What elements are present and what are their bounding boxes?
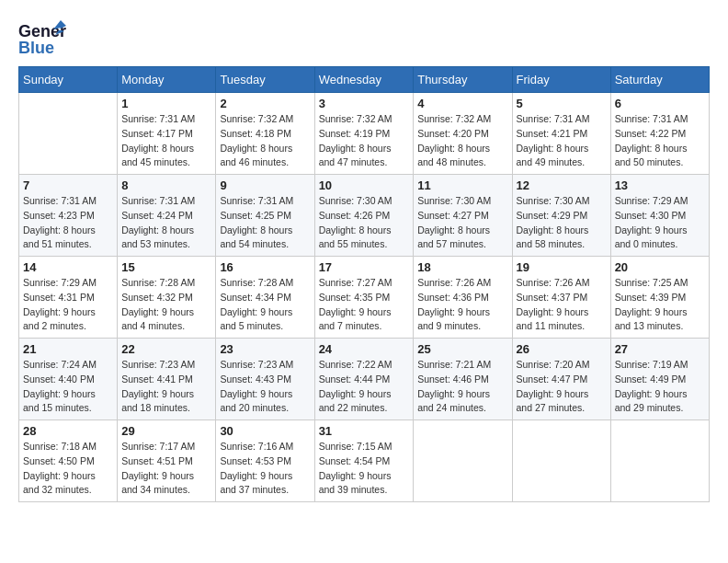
day-info: Sunrise: 7:22 AMSunset: 4:44 PMDaylight:… — [319, 358, 410, 416]
day-number: 6 — [615, 97, 705, 110]
day-number: 5 — [517, 97, 607, 110]
day-number: 25 — [417, 342, 507, 356]
day-number: 16 — [220, 260, 310, 274]
day-number: 7 — [23, 178, 113, 192]
day-info: Sunrise: 7:31 AMSunset: 4:17 PMDaylight:… — [121, 112, 211, 170]
day-info: Sunrise: 7:19 AMSunset: 4:49 PMDaylight:… — [615, 358, 705, 416]
day-info: Sunrise: 7:25 AMSunset: 4:39 PMDaylight:… — [615, 276, 705, 334]
day-info: Sunrise: 7:31 AMSunset: 4:23 PMDaylight:… — [23, 194, 113, 252]
day-number: 21 — [23, 342, 113, 356]
day-number: 1 — [121, 97, 211, 110]
header-monday: Monday — [118, 67, 216, 93]
logo-svg: General Blue — [18, 18, 66, 57]
day-info: Sunrise: 7:32 AMSunset: 4:20 PMDaylight:… — [417, 112, 507, 170]
logo-brand: General Blue — [18, 18, 66, 57]
calendar-week-row: 21Sunrise: 7:24 AMSunset: 4:40 PMDayligh… — [19, 339, 710, 420]
calendar-cell: 23Sunrise: 7:23 AMSunset: 4:43 PMDayligh… — [216, 339, 314, 420]
calendar-cell: 12Sunrise: 7:30 AMSunset: 4:29 PMDayligh… — [512, 175, 610, 257]
day-number: 26 — [517, 342, 607, 356]
day-number: 20 — [615, 260, 705, 274]
day-info: Sunrise: 7:32 AMSunset: 4:19 PMDaylight:… — [319, 112, 410, 170]
day-info: Sunrise: 7:30 AMSunset: 4:26 PMDaylight:… — [319, 194, 410, 252]
calendar-cell: 14Sunrise: 7:29 AMSunset: 4:31 PMDayligh… — [19, 257, 118, 339]
calendar-cell: 11Sunrise: 7:30 AMSunset: 4:27 PMDayligh… — [414, 175, 512, 257]
calendar-cell: 19Sunrise: 7:26 AMSunset: 4:37 PMDayligh… — [512, 257, 610, 339]
day-info: Sunrise: 7:21 AMSunset: 4:46 PMDaylight:… — [417, 358, 507, 416]
day-number: 3 — [319, 97, 410, 110]
day-number: 23 — [220, 342, 310, 356]
day-info: Sunrise: 7:29 AMSunset: 4:30 PMDaylight:… — [615, 194, 705, 252]
calendar-cell: 9Sunrise: 7:31 AMSunset: 4:25 PMDaylight… — [216, 175, 314, 257]
day-info: Sunrise: 7:26 AMSunset: 4:36 PMDaylight:… — [417, 276, 507, 334]
day-info: Sunrise: 7:28 AMSunset: 4:32 PMDaylight:… — [121, 276, 211, 334]
calendar-cell: 7Sunrise: 7:31 AMSunset: 4:23 PMDaylight… — [19, 175, 118, 257]
calendar-cell: 8Sunrise: 7:31 AMSunset: 4:24 PMDaylight… — [118, 175, 216, 257]
day-number: 17 — [319, 260, 410, 274]
day-info: Sunrise: 7:32 AMSunset: 4:18 PMDaylight:… — [220, 112, 310, 170]
day-info: Sunrise: 7:23 AMSunset: 4:43 PMDaylight:… — [220, 358, 310, 416]
day-info: Sunrise: 7:31 AMSunset: 4:25 PMDaylight:… — [220, 194, 310, 252]
day-number: 29 — [121, 424, 211, 438]
calendar-cell: 13Sunrise: 7:29 AMSunset: 4:30 PMDayligh… — [610, 175, 709, 257]
day-info: Sunrise: 7:31 AMSunset: 4:24 PMDaylight:… — [121, 194, 211, 252]
day-info: Sunrise: 7:29 AMSunset: 4:31 PMDaylight:… — [23, 276, 113, 334]
day-number: 28 — [23, 424, 113, 438]
calendar-cell: 25Sunrise: 7:21 AMSunset: 4:46 PMDayligh… — [414, 339, 512, 420]
page-header: General Blue — [18, 18, 710, 57]
day-info: Sunrise: 7:17 AMSunset: 4:51 PMDaylight:… — [121, 440, 211, 498]
header-saturday: Saturday — [610, 67, 709, 93]
header-friday: Friday — [512, 67, 610, 93]
logo: General Blue — [18, 18, 66, 57]
calendar-header-row: Sunday Monday Tuesday Wednesday Thursday… — [19, 67, 710, 93]
day-number: 22 — [121, 342, 211, 356]
calendar-cell — [414, 420, 512, 502]
calendar-cell: 31Sunrise: 7:15 AMSunset: 4:54 PMDayligh… — [314, 420, 414, 502]
calendar-cell — [512, 420, 610, 502]
day-info: Sunrise: 7:30 AMSunset: 4:29 PMDaylight:… — [517, 194, 607, 252]
calendar-cell: 5Sunrise: 7:31 AMSunset: 4:21 PMDaylight… — [512, 93, 610, 175]
calendar-week-row: 1Sunrise: 7:31 AMSunset: 4:17 PMDaylight… — [19, 93, 710, 175]
day-number: 24 — [319, 342, 410, 356]
header-tuesday: Tuesday — [216, 67, 314, 93]
day-number: 19 — [517, 260, 607, 274]
day-number: 13 — [615, 178, 705, 192]
calendar-cell: 16Sunrise: 7:28 AMSunset: 4:34 PMDayligh… — [216, 257, 314, 339]
day-info: Sunrise: 7:30 AMSunset: 4:27 PMDaylight:… — [417, 194, 507, 252]
calendar-cell: 15Sunrise: 7:28 AMSunset: 4:32 PMDayligh… — [118, 257, 216, 339]
day-info: Sunrise: 7:28 AMSunset: 4:34 PMDaylight:… — [220, 276, 310, 334]
day-number: 2 — [220, 97, 310, 110]
day-number: 31 — [319, 424, 410, 438]
calendar-cell: 1Sunrise: 7:31 AMSunset: 4:17 PMDaylight… — [118, 93, 216, 175]
day-info: Sunrise: 7:15 AMSunset: 4:54 PMDaylight:… — [319, 440, 410, 498]
day-number: 10 — [319, 178, 410, 192]
calendar-table: Sunday Monday Tuesday Wednesday Thursday… — [18, 66, 710, 502]
header-sunday: Sunday — [19, 67, 118, 93]
day-number: 27 — [615, 342, 705, 356]
header-thursday: Thursday — [414, 67, 512, 93]
day-number: 11 — [417, 178, 507, 192]
calendar-cell: 27Sunrise: 7:19 AMSunset: 4:49 PMDayligh… — [610, 339, 709, 420]
calendar-cell — [610, 420, 709, 502]
calendar-cell: 28Sunrise: 7:18 AMSunset: 4:50 PMDayligh… — [19, 420, 118, 502]
day-number: 15 — [121, 260, 211, 274]
calendar-cell: 20Sunrise: 7:25 AMSunset: 4:39 PMDayligh… — [610, 257, 709, 339]
calendar-cell: 4Sunrise: 7:32 AMSunset: 4:20 PMDaylight… — [414, 93, 512, 175]
day-info: Sunrise: 7:20 AMSunset: 4:47 PMDaylight:… — [517, 358, 607, 416]
header-wednesday: Wednesday — [314, 67, 414, 93]
day-number: 12 — [517, 178, 607, 192]
day-info: Sunrise: 7:31 AMSunset: 4:22 PMDaylight:… — [615, 112, 705, 170]
calendar-cell: 18Sunrise: 7:26 AMSunset: 4:36 PMDayligh… — [414, 257, 512, 339]
day-number: 30 — [220, 424, 310, 438]
calendar-week-row: 7Sunrise: 7:31 AMSunset: 4:23 PMDaylight… — [19, 175, 710, 257]
day-info: Sunrise: 7:16 AMSunset: 4:53 PMDaylight:… — [220, 440, 310, 498]
day-info: Sunrise: 7:31 AMSunset: 4:21 PMDaylight:… — [517, 112, 607, 170]
calendar-cell: 3Sunrise: 7:32 AMSunset: 4:19 PMDaylight… — [314, 93, 414, 175]
calendar-cell: 22Sunrise: 7:23 AMSunset: 4:41 PMDayligh… — [118, 339, 216, 420]
calendar-cell: 6Sunrise: 7:31 AMSunset: 4:22 PMDaylight… — [610, 93, 709, 175]
calendar-cell: 2Sunrise: 7:32 AMSunset: 4:18 PMDaylight… — [216, 93, 314, 175]
day-info: Sunrise: 7:27 AMSunset: 4:35 PMDaylight:… — [319, 276, 410, 334]
day-number: 18 — [417, 260, 507, 274]
day-info: Sunrise: 7:24 AMSunset: 4:40 PMDaylight:… — [23, 358, 113, 416]
calendar-cell: 21Sunrise: 7:24 AMSunset: 4:40 PMDayligh… — [19, 339, 118, 420]
calendar-cell: 10Sunrise: 7:30 AMSunset: 4:26 PMDayligh… — [314, 175, 414, 257]
